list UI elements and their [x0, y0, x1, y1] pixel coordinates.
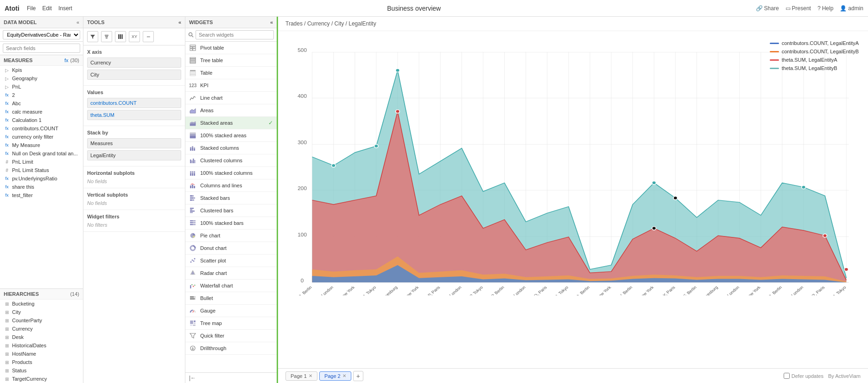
admin-button[interactable]: 👤 admin	[840, 5, 863, 12]
defer-updates-input[interactable]	[784, 373, 790, 379]
list-item[interactable]: fxpv.UnderlyingsRatio	[0, 174, 83, 183]
widget-pie-chart[interactable]: Pie chart	[185, 230, 277, 242]
search-icon	[188, 32, 194, 38]
widget-donut-chart[interactable]: Donut chart	[185, 242, 277, 255]
cube-select[interactable]: EquityDerivativesCube - Ranc...	[3, 30, 80, 39]
cube-selector[interactable]: EquityDerivativesCube - Ranc...	[0, 28, 83, 42]
widget-pivot-table[interactable]: Pivot table	[185, 42, 277, 54]
columns-icon[interactable]	[115, 31, 126, 42]
list-item[interactable]: ▷Kpis	[0, 66, 83, 74]
widgets-collapse-bottom-icon[interactable]: |←	[189, 375, 196, 381]
widget-100-stacked-bars[interactable]: 100% stacked bars	[185, 217, 277, 230]
stacked-columns-icon	[189, 144, 196, 152]
collapse-widgets-icon[interactable]: «	[270, 19, 273, 25]
list-item[interactable]: ⊞TargetCurrency	[0, 375, 83, 383]
list-item[interactable]: ⊞Currency	[0, 325, 83, 333]
list-item[interactable]: #PnL Limit	[0, 158, 83, 166]
page-tab-2[interactable]: Page 2 ✕	[319, 371, 351, 381]
list-item[interactable]: fxcalc measure	[0, 108, 83, 116]
list-item[interactable]: ⊞CounterParty	[0, 316, 83, 325]
clustered-bars-icon	[189, 207, 196, 214]
list-item[interactable]: fxMy Measure	[0, 141, 83, 149]
chart-legend: contributors.COUNT, LegalEntityA contrib…	[770, 40, 859, 71]
menu-insert[interactable]: Insert	[58, 5, 72, 12]
menu-file[interactable]: File	[27, 5, 36, 12]
widget-drillthrough[interactable]: Drillthrough	[185, 342, 277, 355]
widget-line-chart[interactable]: Line chart	[185, 92, 277, 104]
widget-table[interactable]: Table	[185, 67, 277, 79]
widgets-search-container[interactable]	[185, 28, 277, 42]
stackby-field-legalentity[interactable]: LegalEntity	[87, 150, 181, 160]
widgets-search-input[interactable]	[196, 30, 274, 39]
hierarchy-icon: ⊞	[4, 326, 10, 332]
sort-icon[interactable]	[101, 31, 112, 42]
widget-stacked-areas[interactable]: Stacked areas ✓	[185, 117, 277, 129]
list-item[interactable]: fxNull on Desk grand total an...	[0, 149, 83, 158]
defer-updates-checkbox[interactable]: Defer updates	[784, 373, 824, 379]
list-item[interactable]: #PnL Limit Status	[0, 166, 83, 174]
widget-areas[interactable]: Areas	[185, 104, 277, 117]
list-item[interactable]: fxcontributors.COUNT	[0, 124, 83, 133]
minus-icon[interactable]: −	[143, 31, 154, 42]
widget-drillthrough-label: Drillthrough	[200, 345, 273, 351]
page-tab-1[interactable]: Page 1 ✕	[285, 371, 317, 381]
list-item[interactable]: ⊞HistoricalDates	[0, 341, 83, 350]
list-item[interactable]: ⊞City	[0, 308, 83, 316]
widget-tree-table[interactable]: Tree table	[185, 54, 277, 67]
widget-columns-and-lines[interactable]: Columns and lines	[185, 179, 277, 192]
values-field-contributors[interactable]: contributors.COUNT	[87, 98, 181, 108]
filter-icon[interactable]	[87, 31, 98, 42]
list-item[interactable]: fxAbc	[0, 99, 83, 108]
widget-bullet[interactable]: Bullet	[185, 292, 277, 305]
horizontal-subplots-section: Horizontal subplots No fields	[83, 166, 185, 188]
menu-edit[interactable]: Edit	[42, 5, 52, 12]
widget-stacked-bars[interactable]: Stacked bars	[185, 192, 277, 204]
widget-scatter-plot[interactable]: Scatter plot	[185, 255, 277, 267]
list-item[interactable]: fxcurrency only filter	[0, 133, 83, 141]
waterfall-chart-icon	[189, 282, 196, 289]
list-item[interactable]: ▷Geography	[0, 74, 83, 83]
widget-tree-map[interactable]: Tree map	[185, 317, 277, 330]
widget-clustered-columns[interactable]: Clustered columns	[185, 154, 277, 167]
widget-100-stacked-columns[interactable]: 100% stacked columns	[185, 167, 277, 179]
present-button[interactable]: ▭ Present	[786, 5, 811, 12]
widget-gauge[interactable]: Gauge	[185, 305, 277, 317]
xaxis-field-city[interactable]: City	[87, 70, 181, 80]
collapse-data-model-icon[interactable]: «	[76, 19, 79, 25]
100-stacked-bars-icon	[189, 219, 196, 227]
list-item[interactable]: fxshare this	[0, 183, 83, 191]
tree-map-icon	[189, 319, 196, 327]
xaxis-field-currency[interactable]: Currency	[87, 57, 181, 68]
list-item[interactable]: fxCalculation 1	[0, 116, 83, 124]
page-tab-1-close[interactable]: ✕	[309, 373, 312, 378]
list-item[interactable]: ⊞Bucketing	[0, 300, 83, 308]
widget-kpi[interactable]: 123 KPI	[185, 79, 277, 92]
values-field-theta[interactable]: theta.SUM	[87, 110, 181, 120]
widget-100-stacked-areas[interactable]: 100% stacked areas	[185, 129, 277, 142]
search-fields-container[interactable]	[0, 42, 83, 55]
share-button[interactable]: 🔗 Share	[756, 5, 779, 12]
list-item[interactable]: ⊞Products	[0, 358, 83, 366]
widget-clustered-bars[interactable]: Clustered bars	[185, 204, 277, 217]
search-fields-input[interactable]	[3, 44, 80, 53]
list-item[interactable]: ⊞Status	[0, 366, 83, 375]
widget-radar-chart[interactable]: Radar chart	[185, 267, 277, 280]
fx-label[interactable]: fx	[64, 57, 69, 63]
add-page-button[interactable]: +	[353, 371, 363, 381]
widget-waterfall-chart[interactable]: Waterfall chart	[185, 280, 277, 292]
list-item[interactable]: fx2	[0, 91, 83, 99]
list-item[interactable]: ▷PnL	[0, 83, 83, 91]
list-item[interactable]: fxtest_filter	[0, 191, 83, 199]
list-item[interactable]: ⊞HostName	[0, 350, 83, 358]
page-tab-2-close[interactable]: ✕	[342, 373, 346, 378]
widget-columns-and-lines-label: Columns and lines	[200, 183, 273, 188]
list-item[interactable]: ⊞Desk	[0, 333, 83, 341]
xy-icon[interactable]: XY	[129, 31, 140, 42]
fx-icon: fx	[4, 151, 10, 156]
help-button[interactable]: ? Help	[817, 5, 833, 12]
widget-stacked-columns[interactable]: Stacked columns	[185, 142, 277, 154]
collapse-tools-icon[interactable]: «	[178, 19, 181, 25]
svg-point-127	[331, 164, 336, 167]
stackby-field-measures[interactable]: Measures	[87, 138, 181, 148]
widget-quick-filter[interactable]: Quick filter	[185, 330, 277, 342]
